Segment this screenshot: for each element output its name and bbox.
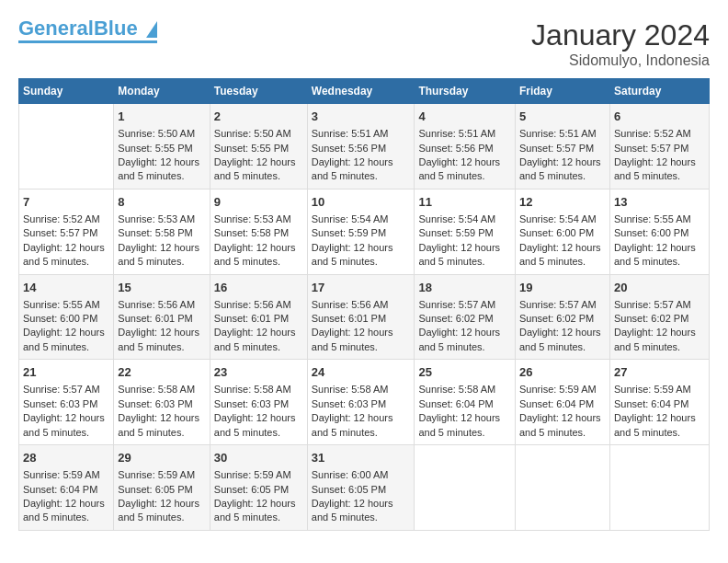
daylight-text: Daylight: 12 hours and 5 minutes. [214,326,303,354]
sunrise-text: Sunrise: 5:50 AM [118,127,206,141]
calendar-table: SundayMondayTuesdayWednesdayThursdayFrid… [18,78,710,531]
sunrise-text: Sunrise: 5:59 AM [214,468,303,482]
calendar-cell: 5Sunrise: 5:51 AMSunset: 5:57 PMDaylight… [515,104,609,190]
calendar-week-3: 14Sunrise: 5:55 AMSunset: 6:00 PMDayligh… [19,274,710,360]
day-number: 14 [23,280,109,296]
day-number: 5 [519,109,606,125]
day-number: 15 [118,280,206,296]
calendar-cell: 17Sunrise: 5:56 AMSunset: 6:01 PMDayligh… [307,274,415,360]
daylight-text: Daylight: 12 hours and 5 minutes. [519,411,606,440]
daylight-text: Daylight: 12 hours and 5 minutes. [214,241,303,270]
daylight-text: Daylight: 12 hours and 5 minutes. [418,326,511,354]
day-number: 28 [23,450,109,466]
sunrise-text: Sunrise: 5:58 AM [118,383,206,396]
sunset-text: Sunset: 6:02 PM [418,312,511,326]
daylight-text: Daylight: 12 hours and 5 minutes. [23,411,109,440]
sunrise-text: Sunrise: 5:57 AM [418,298,511,312]
header-day-thursday: Thursday [415,79,516,104]
sunrise-text: Sunrise: 5:50 AM [214,127,303,141]
header-day-saturday: Saturday [609,79,709,104]
daylight-text: Daylight: 12 hours and 5 minutes. [614,411,705,440]
sunrise-text: Sunrise: 5:54 AM [519,213,606,226]
calendar-cell: 15Sunrise: 5:56 AMSunset: 6:01 PMDayligh… [114,274,210,360]
sunset-text: Sunset: 6:04 PM [418,397,511,411]
calendar-cell: 1Sunrise: 5:50 AMSunset: 5:55 PMDaylight… [114,104,210,190]
calendar-cell: 27Sunrise: 5:59 AMSunset: 6:04 PMDayligh… [609,360,709,445]
day-number: 1 [118,109,206,125]
sunrise-text: Sunrise: 5:56 AM [118,298,206,312]
sunset-text: Sunset: 6:03 PM [312,397,411,411]
day-number: 6 [614,109,705,125]
sunrise-text: Sunrise: 5:53 AM [118,213,206,226]
sunrise-text: Sunrise: 5:52 AM [614,127,705,141]
page-header: GeneralBlue January 2024 Sidomulyo, Indo… [18,18,710,69]
calendar-cell: 8Sunrise: 5:53 AMSunset: 5:58 PMDaylight… [114,189,210,274]
daylight-text: Daylight: 12 hours and 5 minutes. [312,411,411,440]
daylight-text: Daylight: 12 hours and 5 minutes. [118,241,206,270]
calendar-cell: 25Sunrise: 5:58 AMSunset: 6:04 PMDayligh… [415,360,516,445]
sunrise-text: Sunrise: 5:55 AM [23,298,109,312]
day-number: 17 [312,280,411,296]
sunset-text: Sunset: 6:02 PM [519,312,606,326]
calendar-cell: 10Sunrise: 5:54 AMSunset: 5:59 PMDayligh… [307,189,415,274]
sunset-text: Sunset: 6:05 PM [118,483,206,497]
daylight-text: Daylight: 12 hours and 5 minutes. [614,326,705,354]
daylight-text: Daylight: 12 hours and 5 minutes. [418,155,511,184]
calendar-week-1: 1Sunrise: 5:50 AMSunset: 5:55 PMDaylight… [19,104,710,190]
sunset-text: Sunset: 6:01 PM [118,312,206,326]
sunrise-text: Sunrise: 5:54 AM [312,213,411,226]
sunset-text: Sunset: 5:58 PM [214,226,303,240]
sunset-text: Sunset: 5:56 PM [312,142,411,155]
calendar-cell: 12Sunrise: 5:54 AMSunset: 6:00 PMDayligh… [515,189,609,274]
calendar-cell: 3Sunrise: 5:51 AMSunset: 5:56 PMDaylight… [307,104,415,190]
day-number: 4 [418,109,511,125]
sunrise-text: Sunrise: 5:59 AM [118,468,206,482]
daylight-text: Daylight: 12 hours and 5 minutes. [23,326,109,354]
calendar-week-4: 21Sunrise: 5:57 AMSunset: 6:03 PMDayligh… [19,360,710,445]
sunset-text: Sunset: 6:01 PM [312,312,411,326]
sunrise-text: Sunrise: 5:58 AM [214,383,303,396]
sunset-text: Sunset: 5:55 PM [214,142,303,155]
daylight-text: Daylight: 12 hours and 5 minutes. [614,241,705,270]
day-number: 16 [214,280,303,296]
calendar-header-row: SundayMondayTuesdayWednesdayThursdayFrid… [19,79,710,104]
sunrise-text: Sunrise: 5:51 AM [519,127,606,141]
calendar-cell: 22Sunrise: 5:58 AMSunset: 6:03 PMDayligh… [114,360,210,445]
day-number: 7 [23,194,109,211]
sunset-text: Sunset: 5:57 PM [519,142,606,155]
month-title: January 2024 [531,18,710,52]
daylight-text: Daylight: 12 hours and 5 minutes. [614,155,705,184]
day-number: 12 [519,194,606,211]
calendar-week-5: 28Sunrise: 5:59 AMSunset: 6:04 PMDayligh… [19,445,710,531]
sunrise-text: Sunrise: 5:59 AM [519,383,606,396]
location: Sidomulyo, Indonesia [531,52,710,69]
day-number: 13 [614,194,705,211]
sunset-text: Sunset: 6:04 PM [519,397,606,411]
header-day-friday: Friday [515,79,609,104]
calendar-cell: 30Sunrise: 5:59 AMSunset: 6:05 PMDayligh… [210,445,307,531]
day-number: 10 [312,194,411,211]
daylight-text: Daylight: 12 hours and 5 minutes. [118,497,206,525]
day-number: 24 [312,364,411,381]
day-number: 2 [214,109,303,125]
calendar-cell: 13Sunrise: 5:55 AMSunset: 6:00 PMDayligh… [609,189,709,274]
sunrise-text: Sunrise: 5:57 AM [614,298,705,312]
header-day-wednesday: Wednesday [307,79,415,104]
logo-line [18,40,157,43]
day-number: 29 [118,450,206,466]
daylight-text: Daylight: 12 hours and 5 minutes. [418,241,511,270]
calendar-cell [19,104,114,190]
day-number: 9 [214,194,303,211]
sunrise-text: Sunrise: 5:56 AM [214,298,303,312]
calendar-cell: 26Sunrise: 5:59 AMSunset: 6:04 PMDayligh… [515,360,609,445]
sunset-text: Sunset: 6:05 PM [214,483,303,497]
sunset-text: Sunset: 6:05 PM [312,483,411,497]
sunset-text: Sunset: 6:03 PM [118,397,206,411]
day-number: 20 [614,280,705,296]
calendar-cell: 28Sunrise: 5:59 AMSunset: 6:04 PMDayligh… [19,445,114,531]
sunset-text: Sunset: 6:00 PM [23,312,109,326]
sunset-text: Sunset: 6:01 PM [214,312,303,326]
day-number: 26 [519,364,606,381]
calendar-cell: 6Sunrise: 5:52 AMSunset: 5:57 PMDaylight… [609,104,709,190]
day-number: 27 [614,364,705,381]
